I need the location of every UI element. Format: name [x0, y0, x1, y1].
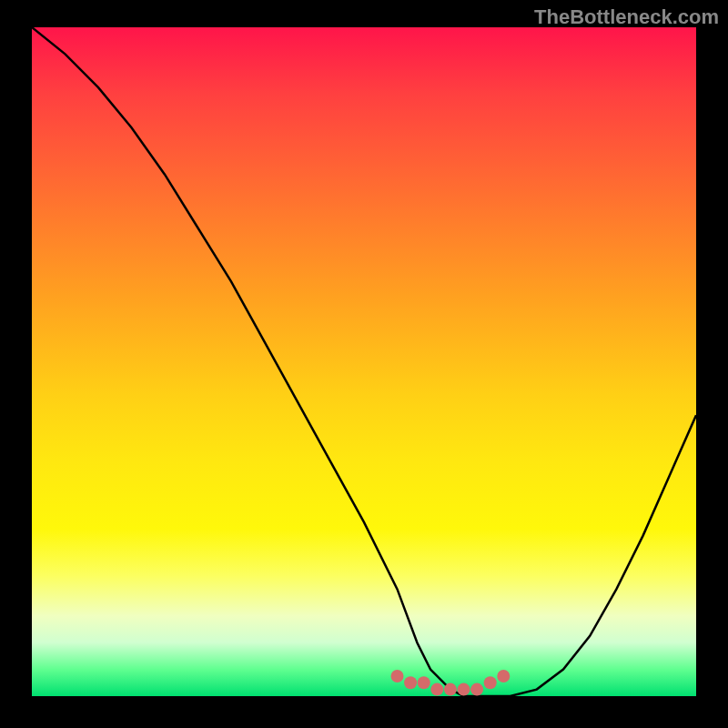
dot [497, 670, 510, 682]
dot [430, 683, 443, 696]
watermark-text: TheBottleneck.com [534, 5, 719, 29]
chart-plot-area [32, 27, 696, 696]
chart-svg [32, 27, 696, 696]
dot [391, 670, 404, 682]
dot [458, 683, 470, 696]
dot [470, 683, 483, 696]
dot [404, 676, 417, 689]
dot [484, 676, 497, 689]
dot [418, 676, 430, 689]
curve-line [32, 27, 696, 696]
dots-group [391, 670, 511, 696]
dot [444, 683, 457, 696]
